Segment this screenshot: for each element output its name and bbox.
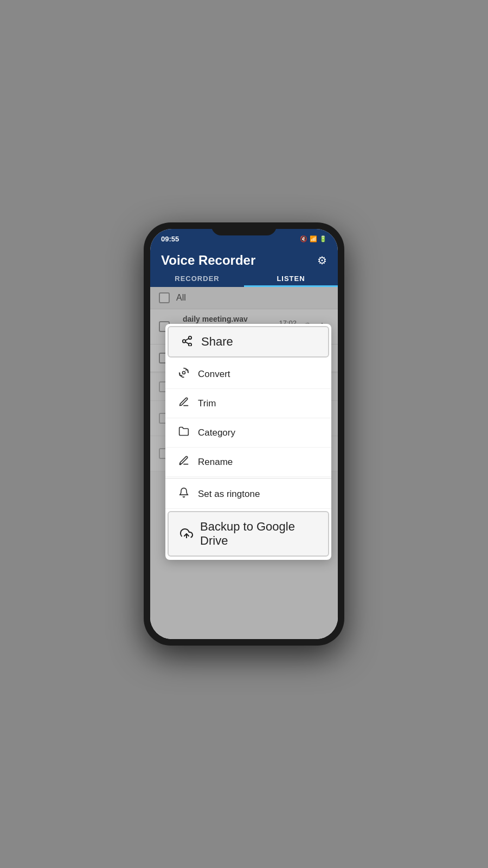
battery-icon: 🔋 [319,235,327,242]
menu-item-ringtone[interactable]: Set as ringtone [165,480,331,509]
share-label: Share [201,335,233,349]
svg-line-3 [185,342,189,344]
rename-icon [176,455,191,469]
cloud-upload-icon [179,527,194,541]
category-icon [176,426,191,439]
trim-icon [176,397,191,410]
settings-icon[interactable]: ⚙ [317,254,327,267]
category-label: Category [198,427,235,438]
trim-label: Trim [198,398,216,409]
status-time: 09:55 [161,235,179,243]
share-icon [179,335,195,349]
menu-divider [165,478,331,478]
menu-item-trim[interactable]: Trim [165,389,331,418]
menu-item-category[interactable]: Category [165,418,331,448]
menu-item-convert[interactable]: Convert [165,360,331,389]
menu-item-backup[interactable]: Backup to Google Drive [168,511,329,557]
backup-label: Backup to Google Drive [200,520,317,548]
app-header: Voice Recorder ⚙ [150,246,338,268]
menu-item-rename[interactable]: Rename [165,448,331,477]
content-area: All daily meeting.wav Sep 27, 23:19 unca… [150,287,338,639]
tabs-bar: RECORDER LISTEN [150,268,338,287]
wifi-icon: 📶 [310,235,317,242]
convert-label: Convert [198,369,230,380]
status-icons: 🔇 📶 🔋 [300,235,327,242]
svg-line-4 [185,338,189,340]
convert-icon [176,367,191,381]
tab-listen[interactable]: LISTEN [244,268,338,287]
context-menu: Share Convert [165,324,331,560]
app-title: Voice Recorder [161,253,255,268]
phone-shell: 09:55 🔇 📶 🔋 Voice Recorder ⚙ RECORDER LI… [144,222,344,646]
menu-item-share[interactable]: Share [168,326,329,358]
ringtone-icon [176,487,191,501]
notch [211,222,277,235]
phone-screen: 09:55 🔇 📶 🔋 Voice Recorder ⚙ RECORDER LI… [150,229,338,639]
tab-recorder[interactable]: RECORDER [150,268,244,287]
ringtone-label: Set as ringtone [198,489,260,500]
svg-point-5 [183,372,185,374]
mute-icon: 🔇 [300,235,307,242]
svg-rect-6 [179,463,181,465]
rename-label: Rename [198,457,233,468]
